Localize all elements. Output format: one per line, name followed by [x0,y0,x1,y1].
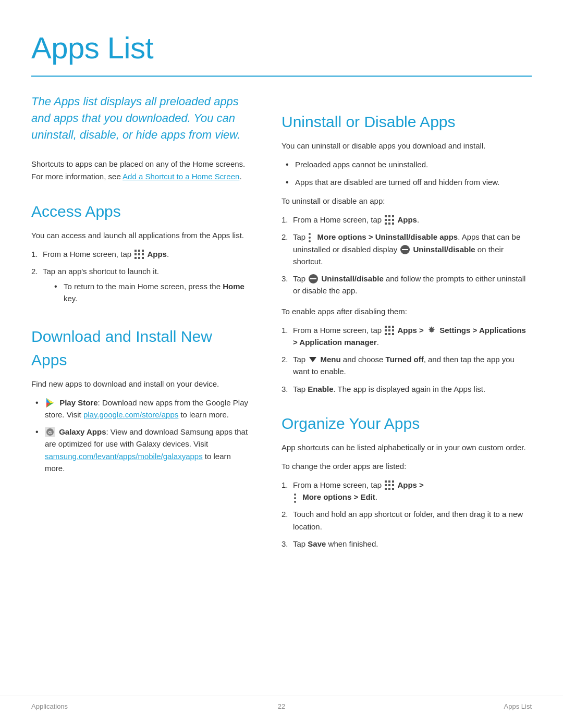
uninstall-disable-label2: Uninstall/disable [322,274,384,283]
organize-step-3: 3. Tap Save when finished. [282,538,532,550]
svg-rect-42 [392,484,394,486]
organize-title: Organize Your Apps [282,412,532,435]
svg-rect-23 [392,223,394,225]
step-content: Tap Save when finished. [293,538,378,550]
svg-rect-7 [138,257,140,259]
svg-rect-4 [138,253,140,255]
svg-rect-45 [392,488,394,490]
play-store-content: Play Store: Download new apps from the G… [45,397,250,421]
step-content: From a Home screen, tap Apps > [293,479,424,503]
svg-point-46 [294,493,296,496]
galaxy-apps-content: G Galaxy Apps: View and download Samsung… [45,426,250,474]
step-num: 1. [282,214,293,226]
apps-grid-icon [385,480,394,490]
organize-intro: App shortcuts can be listed alphabetical… [282,441,532,454]
play-store-label: Play Store [59,398,97,407]
play-store-link[interactable]: play.google.com/store/apps [83,410,178,419]
uninstall-bullet-1: Preloaded apps cannot be uninstalled. [282,158,532,171]
shortcuts-text: Shortcuts to apps can be placed on any o… [31,158,250,183]
galaxy-apps-item: G Galaxy Apps: View and download Samsung… [31,426,250,474]
organize-step-1: 1. From a Home screen, tap Apps > [282,479,532,503]
download-section: Download and Install New Apps Find new a… [31,325,250,475]
uninstall-steps: 1. From a Home screen, tap Apps. [282,214,532,297]
step-content: From a Home screen, tap Apps > [293,324,532,349]
more-options-label: More options > Uninstall/disable apps [317,232,458,241]
svg-point-47 [294,497,296,499]
step-num: 1. [31,248,43,260]
play-store-icon [45,398,55,408]
step-content: Tap an app's shortcut to launch it. To r… [43,265,250,308]
save-label: Save [308,539,326,548]
svg-rect-35 [392,333,394,335]
apps-grid-icon [385,215,394,225]
left-column: The Apps list displays all preloaded app… [31,93,250,555]
step-content: Tap Enable. The app is displayed again i… [293,383,485,395]
apps-more-label: Apps > [397,480,423,489]
step-num: 3. [282,538,293,550]
menu-label: Menu [321,355,341,364]
svg-rect-28 [388,326,390,328]
uninstall-step-2: 2. Tap More options > Uninstall/disable … [282,231,532,267]
svg-rect-44 [388,488,390,490]
title-divider [31,76,532,77]
step-num: 3. [282,383,293,395]
two-column-layout: The Apps list displays all preloaded app… [31,93,532,555]
footer-center-page-number: 22 [278,701,285,712]
menu-down-arrow-icon [309,357,316,362]
apps-label: Apps [147,250,167,258]
svg-rect-32 [392,329,394,331]
enable-label: Enable [308,385,333,393]
download-title: Download and Install New Apps [31,325,250,372]
page-footer: Applications 22 Apps List [0,696,563,712]
access-apps-intro: You can access and launch all applicatio… [31,229,250,242]
svg-rect-40 [385,484,387,486]
download-list: Play Store: Download new apps from the G… [31,397,250,475]
step-num: 1. [282,324,293,336]
svg-rect-1 [138,250,140,252]
galaxy-apps-link[interactable]: samsung.com/levant/apps/mobile/galaxyapp… [45,452,203,461]
uninstall-bullet-text-2: Apps that are disabled are turned off an… [295,176,499,188]
svg-text:G: G [48,430,52,435]
enable-step-1: 1. From a Home screen, tap Apps > [282,324,532,349]
play-store-item: Play Store: Download new apps from the G… [31,397,250,421]
turned-off-label: Turned off [386,355,424,364]
home-label: Home [223,282,244,291]
uninstall-steps-intro: To uninstall or disable an app: [282,195,532,207]
svg-rect-38 [388,480,390,483]
step-num: 1. [282,479,293,491]
svg-rect-22 [388,223,390,225]
uninstall-disable-label: Uninstall/disable [413,245,475,254]
enable-step-2: 2. Tap Menu and choose Turned off, and t… [282,353,532,378]
svg-rect-37 [385,480,387,483]
svg-rect-33 [385,333,387,335]
step-num: 2. [282,231,293,243]
svg-rect-8 [142,257,144,259]
uninstall-bullet-text-1: Preloaded apps cannot be uninstalled. [295,158,428,170]
svg-rect-39 [392,480,394,483]
footer-right: Apps List [504,701,532,712]
more-options-edit: More options > Edit. [293,492,377,501]
svg-rect-30 [385,329,387,331]
galaxy-apps-label: Galaxy Apps [59,427,106,436]
step-content: Tap Uninstall/disable and follow the pro… [293,273,532,297]
svg-rect-21 [385,223,387,225]
intro-text: The Apps list displays all preloaded app… [31,93,250,143]
step-content: Tap More options > Uninstall/disable app… [293,231,532,267]
access-apps-steps: 1. From a Home screen, tap Apps. [31,248,250,308]
svg-rect-17 [392,215,394,217]
svg-point-24 [309,233,311,235]
svg-point-26 [309,240,311,242]
apps-grid-icon [385,326,394,335]
uninstall-intro: You can uninstall or disable apps you do… [282,140,532,152]
minus-circle-icon [400,245,410,254]
svg-rect-0 [134,250,137,252]
apps-label: Apps > [397,326,423,335]
organize-steps: 1. From a Home screen, tap Apps > [282,479,532,550]
galaxy-apps-icon: G [45,427,55,437]
svg-rect-31 [388,329,390,331]
shortcuts-link[interactable]: Add a Shortcut to a Home Screen [123,172,239,181]
right-column: Uninstall or Disable Apps You can uninst… [282,93,532,555]
more-options-edit-label: More options > Edit [302,492,375,501]
shortcuts-end: . [239,172,241,181]
footer-left: Applications [31,701,68,712]
